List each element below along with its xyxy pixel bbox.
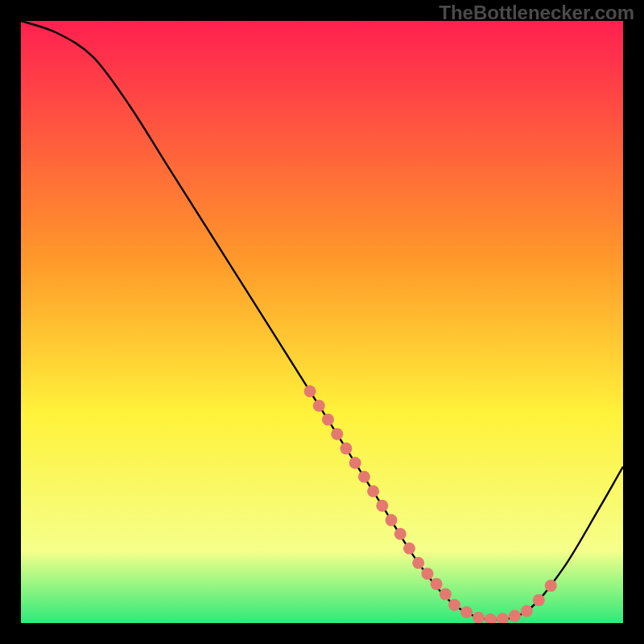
watermark-text: TheBottlenecker.com (439, 2, 634, 24)
data-marker (331, 428, 343, 440)
data-marker (313, 399, 325, 411)
data-marker (386, 514, 398, 526)
data-marker (448, 599, 460, 611)
data-marker (394, 528, 407, 540)
data-marker (322, 414, 334, 426)
data-marker (521, 605, 533, 617)
data-marker (367, 485, 379, 497)
chart-container (21, 21, 623, 623)
data-marker (376, 500, 388, 512)
data-marker (460, 606, 473, 618)
data-marker (304, 386, 316, 398)
data-marker (358, 471, 370, 483)
data-marker (349, 457, 361, 469)
data-marker (509, 610, 521, 622)
chart-background-gradient (21, 21, 623, 623)
data-marker (340, 443, 352, 455)
data-marker (403, 543, 415, 555)
data-marker (440, 588, 452, 601)
data-marker (412, 557, 424, 569)
data-marker (545, 580, 557, 592)
data-marker (533, 594, 545, 606)
bottleneck-chart (21, 21, 623, 623)
data-marker (421, 568, 433, 580)
data-marker (431, 578, 443, 590)
